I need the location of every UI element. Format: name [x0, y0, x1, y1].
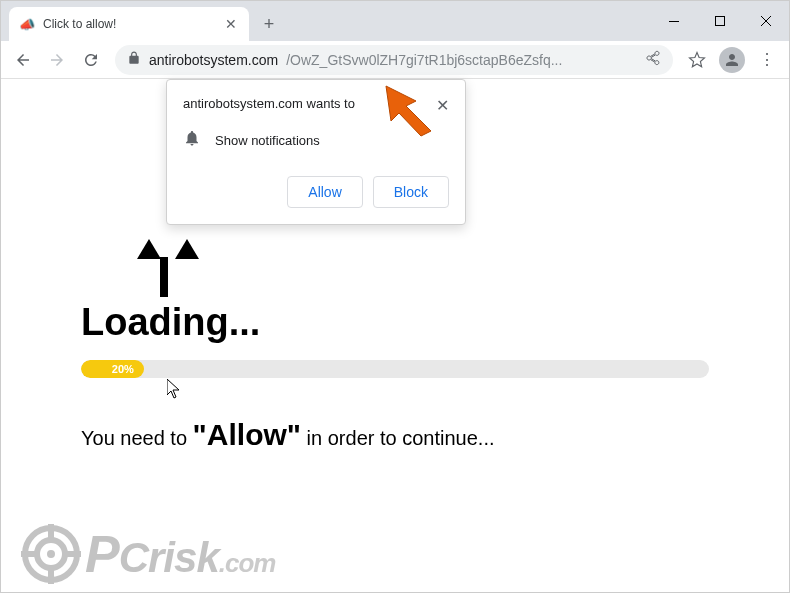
- block-button[interactable]: Block: [373, 176, 449, 208]
- lock-icon: [127, 51, 141, 68]
- minimize-button[interactable]: [651, 1, 697, 41]
- url-path: /OwZ_GtSvw0lZH7gi7tR1bj6sctapB6eZsfq...: [286, 52, 631, 68]
- svg-rect-1: [716, 17, 725, 26]
- browser-tab[interactable]: 📣 Click to allow! ✕: [9, 7, 249, 41]
- watermark: PCrisk.com: [21, 524, 275, 584]
- tab-favicon-icon: 📣: [19, 16, 35, 32]
- progress-bar: 20%: [81, 360, 709, 378]
- svg-rect-9: [21, 551, 35, 557]
- maximize-button[interactable]: [697, 1, 743, 41]
- close-window-button[interactable]: [743, 1, 789, 41]
- reload-button[interactable]: [75, 44, 107, 76]
- popup-message: Show notifications: [215, 133, 320, 148]
- orange-arrow-annotation: [381, 81, 441, 145]
- instruction-allow-word: "Allow": [193, 418, 301, 451]
- instruction-prefix: You need to: [81, 427, 193, 449]
- progress-percent: 20%: [112, 363, 134, 375]
- window-controls: [651, 1, 789, 41]
- instruction-suffix: in order to continue...: [301, 427, 494, 449]
- url-domain: antirobotsystem.com: [149, 52, 278, 68]
- svg-rect-7: [48, 524, 54, 538]
- mouse-cursor-icon: [167, 379, 181, 403]
- watermark-domain: .com: [219, 548, 276, 578]
- allow-button[interactable]: Allow: [287, 176, 362, 208]
- up-arrows-graphic: [137, 239, 709, 259]
- svg-point-6: [47, 550, 55, 558]
- progress-fill: 20%: [81, 360, 144, 378]
- address-bar[interactable]: antirobotsystem.com/OwZ_GtSvw0lZH7gi7tR1…: [115, 45, 673, 75]
- menu-button[interactable]: ⋮: [751, 50, 783, 69]
- svg-rect-0: [669, 21, 679, 22]
- new-tab-button[interactable]: +: [255, 10, 283, 38]
- tab-title: Click to allow!: [43, 17, 215, 31]
- profile-avatar[interactable]: [719, 47, 745, 73]
- watermark-brand-rest: Crisk: [119, 534, 219, 581]
- share-icon[interactable]: [645, 50, 661, 69]
- svg-rect-10: [67, 551, 81, 557]
- popup-site-text: antirobotsystem.com wants to: [183, 96, 355, 111]
- instruction-text: You need to "Allow" in order to continue…: [81, 418, 709, 452]
- tab-close-icon[interactable]: ✕: [223, 16, 239, 32]
- svg-rect-8: [48, 570, 54, 584]
- back-button[interactable]: [7, 44, 39, 76]
- loading-heading: Loading...: [81, 301, 709, 344]
- arrow-stem: [160, 257, 168, 297]
- star-icon[interactable]: [681, 44, 713, 76]
- browser-toolbar: antirobotsystem.com/OwZ_GtSvw0lZH7gi7tR1…: [1, 41, 789, 79]
- bell-icon: [183, 129, 201, 152]
- forward-button[interactable]: [41, 44, 73, 76]
- target-icon: [21, 524, 81, 584]
- watermark-brand-p: P: [85, 525, 119, 583]
